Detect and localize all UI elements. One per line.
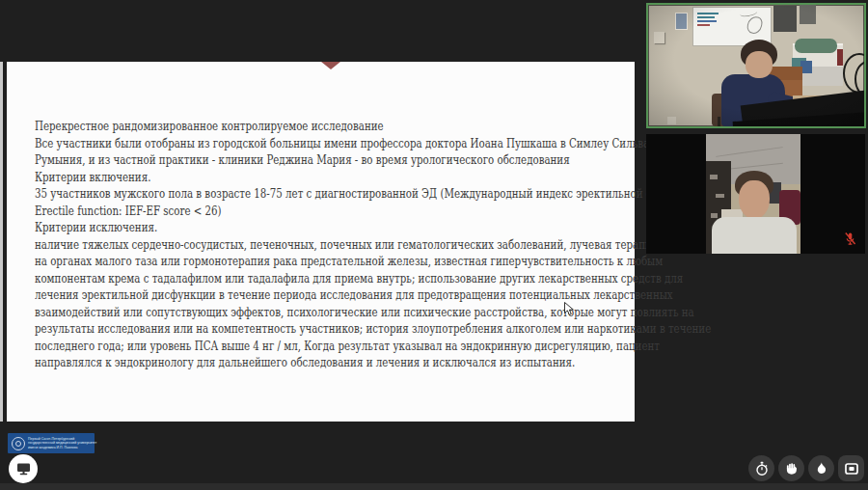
screen-edge-sliver <box>0 62 3 422</box>
slide-text-block: Перекрестное рандомизированное контролир… <box>35 118 636 371</box>
vignette <box>648 5 864 126</box>
university-emblem-icon <box>12 437 25 450</box>
raised-hand-icon <box>784 461 799 476</box>
timer-button[interactable] <box>748 455 774 481</box>
mouse-cursor <box>564 302 575 316</box>
slide-line: компонентам крема с тадалафилом или тада… <box>35 270 636 287</box>
raise-hand-button[interactable] <box>778 455 804 481</box>
slide-line: 35 участников мужского пола в возрасте 1… <box>35 185 636 203</box>
monitor-icon <box>15 461 32 476</box>
video-tile-attendee[interactable] <box>646 134 865 254</box>
university-badge: Первый Санкт-Петербургский государственн… <box>8 433 95 453</box>
slide-line: на органах малого таза или гормонотерапи… <box>35 253 636 270</box>
university-badge-text: имени академика И.П. Павлова <box>28 446 96 450</box>
attendee-portrait-video <box>706 134 800 254</box>
shared-slide: Перекрестное рандомизированное контролир… <box>7 62 635 422</box>
muted-microphone-icon <box>843 231 857 246</box>
flame-icon <box>814 461 828 476</box>
attendee-face <box>739 180 770 219</box>
slide-line: наличие тяжелых сердечно-сосудистых, печ… <box>35 236 636 254</box>
meeting-window: Перекрестное рандомизированное контролир… <box>0 0 868 490</box>
reactions-button[interactable] <box>808 455 834 481</box>
picture-in-picture-button[interactable] <box>838 455 864 481</box>
slide-logo-marker <box>321 62 340 69</box>
slide-line: лечения эректильной дисфункции в течение… <box>35 286 636 304</box>
slide-line: Критерии исключения. <box>35 219 636 236</box>
slide-line: Критерии включения. <box>35 169 636 186</box>
screen-share-indicator-button[interactable] <box>9 454 38 483</box>
slide-line: Erectile function: IEF-EF score < 26) <box>35 203 636 220</box>
slide-line: последнего года; или уровень ПСА выше 4 … <box>35 338 636 355</box>
slide-line: Все участники были отобраны из городской… <box>35 135 636 152</box>
slide-line: Румыния, и из частной практики - клиники… <box>35 151 636 169</box>
slide-line: результаты исследования или на компетент… <box>35 320 636 338</box>
picture-in-picture-icon <box>844 461 859 476</box>
bottom-band <box>0 483 868 490</box>
slide-line: Перекрестное рандомизированное контролир… <box>35 118 636 135</box>
video-tile-speaker[interactable] <box>646 3 866 128</box>
slide-line: направлялся к эндокринологу для дальнейш… <box>35 354 636 371</box>
attendee-white-coat <box>712 217 797 254</box>
slide-line: взаимодействий или сопутствующих эффекто… <box>35 304 636 321</box>
stopwatch-icon <box>754 461 770 476</box>
